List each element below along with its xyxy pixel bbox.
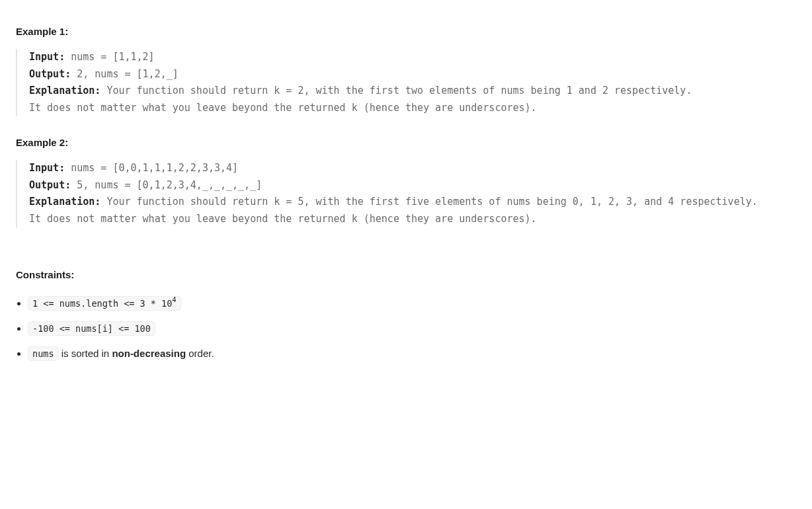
input-value: nums = [1,1,2] bbox=[65, 51, 154, 63]
explanation-label: Explanation: bbox=[29, 85, 101, 97]
output-label: Output: bbox=[29, 68, 71, 80]
explanation-value: Your function should return k = 2, with … bbox=[29, 85, 692, 114]
example-2-heading: Example 2: bbox=[16, 135, 796, 151]
example-1-heading: Example 1: bbox=[16, 24, 796, 40]
constraints-heading: Constraints: bbox=[16, 267, 796, 283]
example-2-block: Input: nums = [0,0,1,1,1,2,2,3,3,4] Outp… bbox=[16, 160, 796, 227]
input-label: Input: bbox=[29, 162, 65, 174]
constraints-list: 1 <= nums.length <= 3 * 104 -100 <= nums… bbox=[22, 295, 796, 362]
constraint-code: nums bbox=[28, 346, 59, 361]
input-label: Input: bbox=[29, 51, 65, 63]
output-value: 5, nums = [0,1,2,3,4,_,_,_,_,_] bbox=[71, 179, 262, 191]
constraint-code: 1 <= nums.length <= 3 * 104 bbox=[28, 296, 181, 311]
constraint-text: 1 <= nums.length <= 3 * 10 bbox=[32, 298, 172, 309]
example-1-block: Input: nums = [1,1,2] Output: 2, nums = … bbox=[16, 49, 796, 116]
constraint-exponent: 4 bbox=[172, 295, 176, 303]
constraint-item: 1 <= nums.length <= 3 * 104 bbox=[28, 295, 796, 311]
constraint-text: is sorted in bbox=[59, 348, 112, 359]
input-value: nums = [0,0,1,1,1,2,2,3,3,4] bbox=[65, 162, 238, 174]
explanation-value: Your function should return k = 5, with … bbox=[29, 196, 758, 225]
explanation-label: Explanation: bbox=[29, 196, 101, 208]
constraint-code: -100 <= nums[i] <= 100 bbox=[28, 321, 155, 336]
constraint-text: order. bbox=[186, 348, 214, 359]
output-value: 2, nums = [1,2,_] bbox=[71, 68, 179, 80]
constraint-strong: non-decreasing bbox=[112, 348, 186, 359]
constraint-item: -100 <= nums[i] <= 100 bbox=[28, 321, 796, 336]
constraint-item: nums is sorted in non-decreasing order. bbox=[28, 346, 796, 362]
output-label: Output: bbox=[29, 179, 71, 191]
